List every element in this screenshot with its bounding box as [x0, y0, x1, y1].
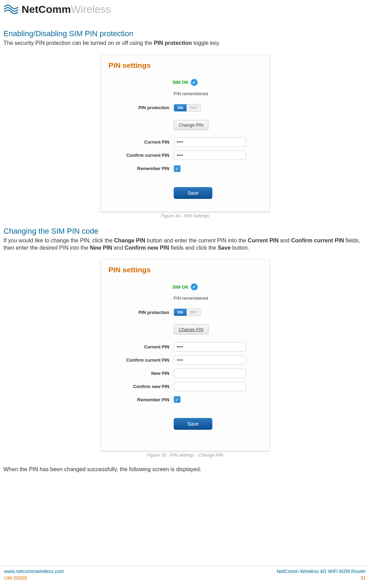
save-button[interactable]: Save [174, 187, 213, 199]
remember-pin-label: Remember PIN [109, 166, 174, 171]
pin-protection-toggle[interactable]: ON OFF [174, 104, 201, 112]
closing-text: When the PIN has been changed successful… [3, 466, 367, 473]
toggle-on: ON [174, 309, 187, 316]
toggle-off: OFF [187, 309, 200, 316]
remember-pin-checkbox[interactable]: ✓ [174, 165, 181, 172]
figure-35-caption: Figure 35 - PIN settings - Change PIN [147, 452, 223, 458]
current-pin-input[interactable] [174, 342, 246, 352]
new-pin-label: New PIN [109, 371, 174, 376]
logo-text: NetCommWireless [22, 3, 111, 15]
confirm-current-pin-input[interactable] [174, 151, 246, 160]
pin-settings-panel-2: PIN settings SIM OK ✓ PIN remembered PIN… [101, 259, 270, 451]
panel-title: PIN settings [109, 61, 262, 70]
footer-url: www.netcommwireless.com [4, 568, 64, 575]
current-pin-label: Current PIN [109, 344, 174, 349]
pin-settings-panel-1: PIN settings SIM OK ✓ PIN remembered PIN… [101, 55, 270, 212]
section2-text: If you would like to change the PIN, cli… [3, 237, 367, 252]
remember-pin-label: Remember PIN [109, 397, 174, 402]
section1-text: The security PIN protection can be turne… [3, 40, 367, 47]
section-heading-change-pin: Changing the SIM PIN code [3, 227, 367, 236]
check-icon: ✓ [191, 283, 198, 290]
pin-protection-label: PIN protection [109, 310, 174, 315]
confirm-current-pin-input[interactable] [174, 355, 246, 365]
change-pin-button[interactable]: Change PIN [174, 120, 209, 130]
remember-pin-checkbox[interactable]: ✓ [174, 396, 181, 403]
confirm-new-pin-label: Confirm new PIN [109, 384, 174, 389]
toggle-off: OFF [187, 104, 200, 111]
confirm-current-pin-label: Confirm current PIN [109, 153, 174, 158]
pin-protection-toggle[interactable]: ON OFF [174, 308, 201, 316]
confirm-new-pin-input[interactable] [174, 382, 246, 391]
logo-icon [3, 4, 19, 15]
footer-doc-id: UM-00009 [4, 575, 64, 582]
save-button[interactable]: Save [174, 418, 213, 430]
page-footer: www.netcommwireless.com UM-00009 NetComm… [0, 566, 370, 582]
company-logo: NetCommWireless [3, 3, 367, 15]
current-pin-label: Current PIN [109, 139, 174, 145]
footer-page-number: 31 [277, 575, 366, 582]
panel-title: PIN settings [109, 266, 262, 274]
toggle-on: ON [174, 104, 187, 111]
pin-protection-label: PIN protection [109, 105, 174, 110]
change-pin-button[interactable]: Change PIN [174, 324, 209, 335]
figure-34-caption: Figure 34 - PIN Settings [161, 213, 209, 218]
new-pin-input[interactable] [174, 369, 246, 378]
check-icon: ✓ [191, 79, 198, 86]
footer-product: NetComm Wireless 4G WiFi M2M Router [277, 568, 366, 575]
sim-ok-status: SIM OK ✓ [172, 283, 197, 290]
current-pin-input[interactable] [174, 137, 246, 147]
pin-remembered-text: PIN remembered [174, 295, 262, 304]
sim-ok-status: SIM OK ✓ [172, 79, 197, 86]
confirm-current-pin-label: Confirm current PIN [109, 357, 174, 363]
section-heading-enable-disable: Enabling/Disabling SIM PIN protection [3, 29, 367, 38]
pin-remembered-text: PIN remembered [174, 90, 262, 100]
